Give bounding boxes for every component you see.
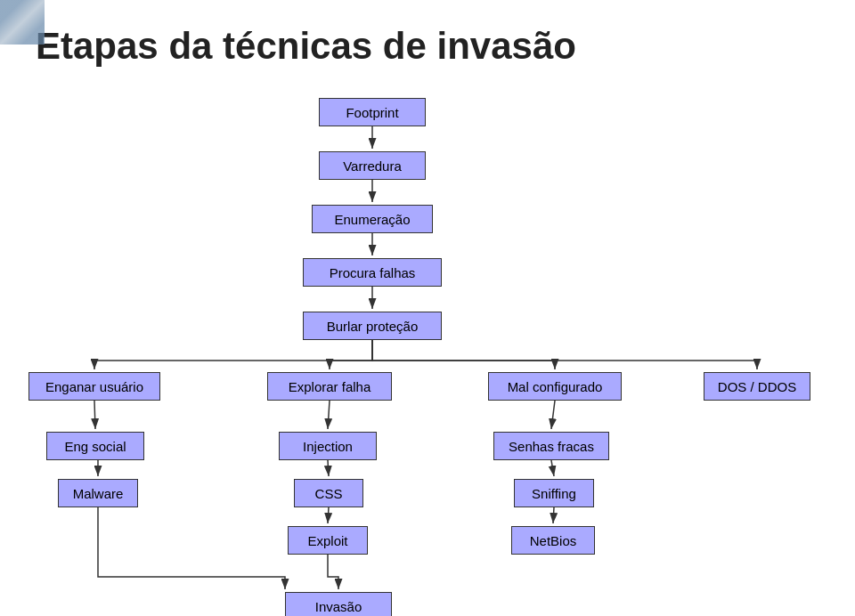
svg-line-11 xyxy=(551,460,554,476)
box-procura-falhas: Procura falhas xyxy=(303,258,442,287)
box-exploit: Exploit xyxy=(288,526,368,555)
box-invasao: Invasão xyxy=(285,592,392,616)
box-enumeracao: Enumeração xyxy=(312,205,433,233)
box-eng-social: Eng social xyxy=(46,432,144,460)
box-senhas-fracas: Senhas fracas xyxy=(493,432,609,460)
box-sniffing: Sniffing xyxy=(514,479,594,507)
svg-line-12 xyxy=(553,507,554,523)
decorative-image xyxy=(0,0,45,45)
svg-line-5 xyxy=(94,401,95,429)
box-explorar-falha: Explorar falha xyxy=(267,372,392,401)
page-title: Etapas da técnicas de invasão xyxy=(0,0,855,68)
box-enganar-usuario: Enganar usuário xyxy=(28,372,160,401)
svg-line-9 xyxy=(328,507,329,523)
svg-line-7 xyxy=(328,401,330,429)
box-dos-ddos: DOS / DDOS xyxy=(704,372,810,401)
box-injection: Injection xyxy=(279,432,377,460)
svg-line-10 xyxy=(551,401,555,429)
arrows-svg xyxy=(0,89,855,616)
box-malware: Malware xyxy=(58,479,138,507)
box-mal-configurado: Mal configurado xyxy=(488,372,622,401)
diagram-area: Footprint Varredura Enumeração Procura f… xyxy=(0,89,855,616)
box-footprint: Footprint xyxy=(319,98,426,126)
box-burlar-protecao: Burlar proteção xyxy=(303,312,442,340)
box-css: CSS xyxy=(294,479,363,507)
box-netbios: NetBios xyxy=(511,526,595,555)
svg-line-8 xyxy=(328,460,329,476)
box-varredura: Varredura xyxy=(319,151,426,180)
